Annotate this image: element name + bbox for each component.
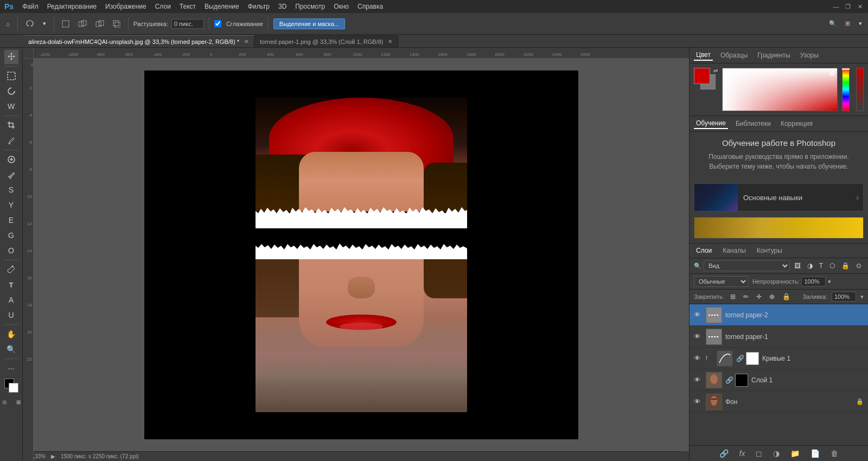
menu-filter[interactable]: Фильтр: [248, 3, 270, 10]
layer-item-torned-paper-2[interactable]: 👁 torned paper-2: [690, 304, 868, 326]
channels-tab[interactable]: Каналы: [720, 246, 748, 255]
menu-select[interactable]: Выделение: [205, 3, 239, 10]
layer-mask-btn[interactable]: ◻: [752, 448, 765, 459]
paths-tab[interactable]: Контуры: [755, 246, 784, 255]
layer-filter-toggle[interactable]: ⊙: [854, 261, 864, 271]
layer-vis-btn[interactable]: 👁: [694, 354, 703, 362]
maximize-btn[interactable]: ❐: [844, 3, 852, 10]
lock-position-btn[interactable]: ✛: [755, 292, 763, 301]
color-gradient-picker[interactable]: [722, 68, 838, 111]
lasso-tool-btn[interactable]: [23, 18, 37, 30]
menu-3d[interactable]: 3D: [278, 3, 286, 10]
close-btn[interactable]: ✕: [856, 3, 864, 10]
learn-tab[interactable]: Обучение: [694, 118, 728, 129]
background-color[interactable]: [9, 383, 18, 393]
crop-tool-btn[interactable]: [4, 118, 18, 132]
layer-vis-btn[interactable]: 👁: [694, 332, 703, 341]
clone-stamp-btn[interactable]: S: [4, 183, 18, 197]
lock-transparent-btn[interactable]: ⊞: [729, 292, 737, 301]
lasso-tool-side-btn[interactable]: [4, 84, 18, 98]
canvas-image[interactable]: [256, 98, 467, 412]
layer-icon-filter-btn[interactable]: 🖼: [792, 261, 803, 271]
opacity-input[interactable]: [801, 277, 826, 286]
intersect-sel-btn[interactable]: [110, 18, 123, 29]
shape-tool-btn[interactable]: U: [4, 308, 18, 322]
swatches-tab[interactable]: Образцы: [718, 50, 750, 60]
swap-colors-btn[interactable]: ⇄: [713, 68, 718, 74]
tab-1[interactable]: alireza-dolati-owFmHMC4QAI-unsplash.jpg …: [23, 35, 254, 47]
link-layers-btn[interactable]: 🔗: [716, 448, 732, 459]
fill-input[interactable]: [832, 292, 856, 302]
layer-adj-filter-btn[interactable]: ◑: [805, 261, 815, 271]
zoom-tool-btn[interactable]: 🔍: [4, 342, 18, 356]
menu-image[interactable]: Изображение: [105, 3, 146, 10]
dodge-tool-btn[interactable]: O: [4, 244, 18, 258]
layer-item-layer1[interactable]: 👁 🔗 Слой 1: [690, 369, 868, 391]
eyedropper-tool-btn[interactable]: [4, 133, 18, 148]
sub-sel-btn[interactable]: [93, 18, 107, 29]
pen-tool-btn[interactable]: [4, 262, 18, 277]
search-btn[interactable]: 🔍: [826, 18, 839, 29]
lock-all-btn[interactable]: 🔒: [781, 292, 792, 301]
foreground-swatch[interactable]: [694, 68, 710, 84]
gradients-tab[interactable]: Градиенты: [755, 50, 792, 60]
lock-image-btn[interactable]: ✏: [742, 292, 750, 301]
history-brush-btn[interactable]: Y: [4, 198, 18, 212]
layer-kind-select[interactable]: Вид: [704, 260, 790, 271]
add-sel-btn[interactable]: [75, 18, 90, 29]
learn-card-basic[interactable]: Основные навыки ›: [694, 183, 864, 212]
tab-2[interactable]: torned paper-1.png @ 33,3% (Слой 1, RGB/…: [254, 35, 398, 47]
layer-shape-filter-btn[interactable]: ⬡: [827, 261, 837, 271]
delete-layer-btn[interactable]: 🗑: [827, 448, 841, 459]
menu-layers[interactable]: Слои: [155, 3, 171, 10]
rect-select-tool-btn[interactable]: [4, 69, 18, 83]
hand-tool-btn[interactable]: ✋: [4, 327, 18, 341]
new-sel-btn[interactable]: [59, 18, 72, 29]
more-tools-btn[interactable]: ···: [4, 361, 18, 375]
selection-mask-btn[interactable]: Выделение и маска...: [273, 18, 345, 29]
patterns-tab[interactable]: Узоры: [798, 50, 821, 60]
layer-smart-filter-btn[interactable]: 🔒: [839, 261, 852, 271]
layer-text-filter-btn[interactable]: T: [817, 261, 825, 271]
tab-2-close[interactable]: ✕: [388, 39, 392, 44]
new-group-btn[interactable]: 📁: [787, 448, 803, 459]
minimize-btn[interactable]: —: [832, 3, 840, 10]
new-layer-btn[interactable]: 📄: [807, 448, 823, 459]
layer-vis-btn[interactable]: 👁: [694, 398, 703, 406]
color-tab[interactable]: Цвет: [694, 50, 713, 61]
layout-options-btn[interactable]: ▾: [856, 18, 865, 29]
quick-select-tool-btn[interactable]: W: [4, 99, 18, 113]
layer-item-torned-paper-1[interactable]: 👁 torned paper-1: [690, 326, 868, 348]
menu-help[interactable]: Справка: [358, 3, 383, 10]
layer-vis-btn[interactable]: 👁: [694, 376, 703, 384]
layer-item-background[interactable]: 👁 Фон 🔒: [690, 391, 868, 413]
new-fill-adj-btn[interactable]: ◑: [770, 448, 783, 459]
move-tool-btn[interactable]: [4, 50, 18, 64]
opacity-arrow[interactable]: ▾: [828, 278, 831, 285]
eraser-tool-btn[interactable]: E: [4, 213, 18, 227]
text-tool-btn[interactable]: T: [4, 278, 18, 292]
brush-tool-btn[interactable]: [4, 168, 18, 182]
lock-artboard-btn[interactable]: ⊕: [768, 292, 776, 301]
home-btn[interactable]: ⌂: [3, 19, 12, 29]
gradient-tool-btn[interactable]: G: [4, 228, 18, 242]
menu-edit[interactable]: Редактирование: [47, 3, 97, 10]
layer-effects-btn[interactable]: fx: [736, 448, 749, 459]
hue-slider[interactable]: [842, 68, 850, 111]
layout-btn[interactable]: ⊞: [843, 18, 853, 29]
layers-tab[interactable]: Слои: [694, 246, 714, 255]
alpha-slider[interactable]: [856, 68, 864, 111]
color-selector[interactable]: [4, 379, 18, 393]
lasso-options-btn[interactable]: ▾: [40, 18, 49, 29]
menu-view[interactable]: Просмотр: [295, 3, 325, 10]
feather-input[interactable]: [171, 19, 204, 29]
learn-card-secondary[interactable]: [694, 217, 864, 239]
menu-window[interactable]: Окно: [334, 3, 349, 10]
smooth-checkbox[interactable]: [214, 20, 221, 27]
fill-arrow[interactable]: ▾: [860, 293, 864, 300]
heal-tool-btn[interactable]: [4, 152, 18, 167]
quick-mask-btn[interactable]: ⊙: [0, 396, 10, 408]
libraries-tab[interactable]: Библиотеки: [733, 119, 773, 129]
layer-vis-btn[interactable]: 👁: [694, 311, 703, 319]
layer-item-curves[interactable]: 👁 f 🔗 Кривые 1: [690, 348, 868, 369]
